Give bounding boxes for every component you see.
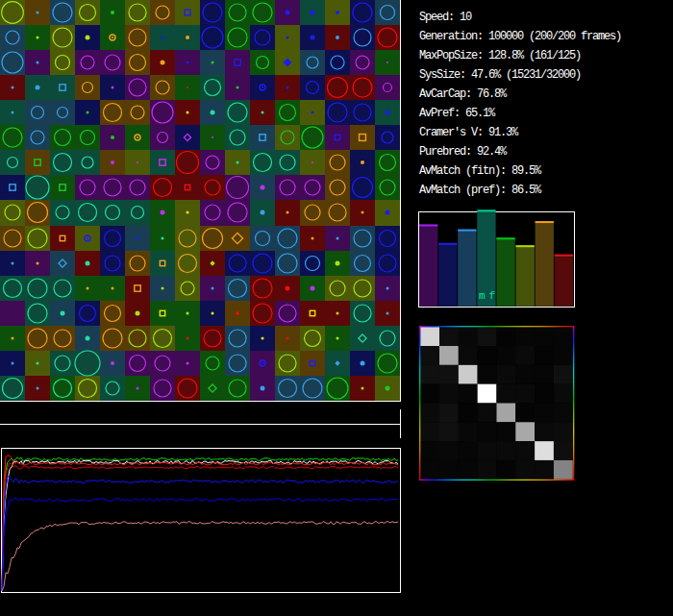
svg-text:Purebred: 92.4%: Purebred: 92.4% xyxy=(419,145,508,159)
svg-text:Cramer's V: 91.3%: Cramer's V: 91.3% xyxy=(419,126,519,139)
svg-text:MaxPopSize: 128.8% (161/125): MaxPopSize: 128.8% (161/125) xyxy=(419,49,581,62)
svg-text:AvMatch (fitn): 89.5%: AvMatch (fitn): 89.5% xyxy=(419,164,542,178)
svg-text:AvPref: 65.1%: AvPref: 65.1% xyxy=(419,107,496,120)
svg-text:Speed: 10: Speed: 10 xyxy=(419,11,472,24)
svg-text:AvMatch (pref): 86.5%: AvMatch (pref): 86.5% xyxy=(419,184,542,197)
svg-text:m f: m f xyxy=(479,290,494,302)
svg-text:AvCarCap: 76.8%: AvCarCap: 76.8% xyxy=(419,87,508,101)
svg-text:Generation: 100000 (200/200 fr: Generation: 100000 (200/200 frames) xyxy=(419,30,621,43)
svg-text:SysSize: 47.6% (15231/32000): SysSize: 47.6% (15231/32000) xyxy=(419,68,581,82)
